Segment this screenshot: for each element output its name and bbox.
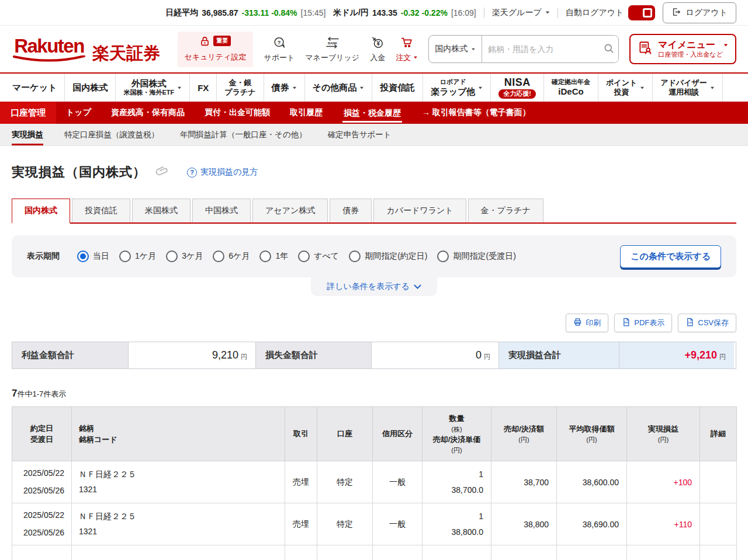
realized-pl-value: +1,000 — [627, 545, 700, 560]
account-nav-balance[interactable]: 資産残高・保有商品 — [101, 102, 195, 124]
apply-conditions-button[interactable]: この条件で表示する — [620, 245, 721, 268]
detail-conditions-notch: 詳しい条件を表示する — [311, 277, 437, 296]
tab-domestic-stock[interactable]: 国内株式 — [12, 199, 70, 224]
trade-settlement-dates: 2025/05/222025/05/26 — [12, 461, 72, 503]
ticker-usdjpy: 米ドル/円 143.35 -0.32 -0.22% [16:09] — [333, 8, 476, 18]
main-nav: マーケット 国内株式 外国株式米国株・海外ETF FX 金・銀プラチナ 債券 そ… — [0, 74, 748, 102]
top-utility-bar: 日経平均 36,985.87 -313.11 -0.84% [15:45] 米ド… — [0, 0, 748, 26]
ticker-nikkei: 日経平均 36,985.87 -313.11 -0.84% [15:45] — [165, 8, 325, 18]
realized-pl-value: +100 — [627, 461, 700, 503]
margin-type: 一般 — [373, 461, 423, 503]
svg-text:BANK: BANK — [328, 41, 337, 44]
nav-other-products[interactable]: その他商品 — [304, 74, 372, 102]
tab-asean-stock[interactable]: アセアン株式 — [252, 199, 328, 222]
chevron-down-icon — [414, 57, 417, 59]
radio-icon — [349, 251, 361, 262]
tab-investment-trust[interactable]: 投資信託 — [72, 199, 130, 222]
subnav-annual-pl[interactable]: 年間損益計算（一般口座・その他） — [180, 124, 307, 145]
lock-icon — [199, 36, 210, 49]
nav-domestic-stock[interactable]: 国内株式 — [64, 74, 115, 102]
tab-china-stock[interactable]: 中国株式 — [192, 199, 251, 222]
stock-name-code: ＮＦ日経２２５1321 — [72, 503, 285, 545]
radio-1month[interactable]: 1ケ月 — [119, 251, 156, 262]
nav-advisor[interactable]: アドバイザー運用相談 — [652, 74, 723, 102]
radio-6months[interactable]: 6ケ月 — [213, 251, 250, 262]
tab-gold-platinum[interactable]: 金・プラチナ — [468, 199, 543, 222]
tab-bonds[interactable]: 債券 — [330, 199, 372, 222]
avg-acquisition-price: 38,690.00 — [557, 503, 627, 545]
paperclip-icon[interactable] — [155, 165, 168, 180]
account-nav-top[interactable]: トップ — [56, 102, 101, 124]
margin-type: 一般 — [373, 503, 423, 545]
display-period-label: 表示期間 — [27, 251, 60, 262]
pdf-view-button[interactable]: PDF PDF表示 — [614, 314, 672, 332]
tab-covered-warrant[interactable]: カバードワラント — [373, 199, 466, 222]
csv-save-button[interactable]: CSV CSV保存 — [678, 314, 736, 332]
nav-robo-advisor[interactable]: ロボアド楽ラップ他 — [423, 74, 490, 102]
important-badge: 重要 — [213, 36, 231, 46]
chevron-down-icon — [724, 44, 728, 46]
tab-us-stock[interactable]: 米国株式 — [132, 199, 191, 222]
account-nav-pl-tax-history[interactable]: 損益・税金履歴 — [333, 102, 412, 124]
support-button[interactable]: ? サポート — [264, 36, 295, 63]
csv-file-icon: CSV — [685, 318, 694, 328]
nikkei-time: [15:45] — [301, 8, 326, 18]
col-stock: 銘柄銘柄コード — [72, 407, 285, 461]
svg-text:PDF: PDF — [625, 322, 629, 324]
radio-period-trade-date[interactable]: 期間指定(約定日) — [349, 251, 427, 262]
nav-bonds[interactable]: 債券 — [264, 74, 304, 102]
account-nav-bar: 口座管理 トップ 資産残高・保有商品 買付・出金可能額 取引履歴 損益・税金履歴… — [0, 102, 748, 124]
search-category-select[interactable]: 国内株式 — [429, 36, 482, 62]
security-settings-button[interactable]: 重要 セキュリティ設定 — [178, 32, 254, 67]
order-button[interactable]: 注文 — [396, 36, 418, 63]
trade-type: 売埋 — [285, 461, 317, 503]
nav-investment-trust[interactable]: 投資信託 — [372, 74, 423, 102]
nav-ideco[interactable]: 確定拠出年金iDeCo — [543, 74, 598, 102]
rakuten-logo[interactable]: Rakuten 楽天証券 — [12, 36, 160, 62]
table-row: 2025/05/222025/05/26 ＮＦ日経２２５1321 売埋 特定 一… — [12, 503, 737, 545]
account-nav-reports[interactable]: → 取引報告書等（電子書面） — [412, 102, 541, 124]
print-button[interactable]: 印刷 — [566, 314, 608, 332]
search-input[interactable] — [482, 36, 600, 62]
radio-all[interactable]: すべて — [298, 251, 339, 262]
radio-icon — [437, 251, 449, 262]
account-management-root[interactable]: 口座管理 — [0, 102, 56, 124]
period-radio-group: 当日 1ケ月 3ケ月 6ケ月 1年 すべて 期間指定(約定日) 期間指定(受渡日… — [77, 251, 516, 262]
chevron-down-icon — [293, 86, 296, 89]
search-button[interactable] — [600, 36, 618, 62]
bank-transfer-icon: BANK — [324, 36, 341, 50]
nav-fx[interactable]: FX — [189, 74, 216, 102]
radio-period-settlement-date[interactable]: 期間指定(受渡日) — [437, 251, 515, 262]
subnav-specific-account-pl[interactable]: 特定口座損益（譲渡益税） — [64, 124, 159, 145]
table-row: 2025/05/22 京都フィナンシャルＧ 売埋 特定 一般 100 245,0… — [12, 545, 737, 560]
filter-panel: 表示期間 当日 1ケ月 3ケ月 6ケ月 1年 すべて 期間指定(約定日) 期間指… — [12, 235, 736, 277]
radio-3months[interactable]: 3ケ月 — [166, 251, 203, 262]
deposit-button[interactable]: ¥ 入金 — [370, 36, 385, 63]
account-nav-trade-history[interactable]: 取引履歴 — [280, 102, 333, 124]
loss-total-label: 損失金額合計 — [255, 342, 371, 368]
rakuten-group-menu[interactable]: 楽天グループ — [492, 8, 550, 18]
nikkei-change: -313.11 -0.84% — [242, 8, 297, 18]
sale-amount: 38,700 — [491, 461, 557, 503]
show-detail-conditions-link[interactable]: 詳しい条件を表示する — [327, 281, 421, 292]
nav-point-investment[interactable]: ポイント投資 — [598, 74, 652, 102]
my-menu-button[interactable]: マイメニュー 口座管理・入出金など — [629, 34, 736, 64]
auto-logout-toggle[interactable] — [628, 5, 655, 20]
export-actions: 印刷 PDF PDF表示 CSV CSV保存 — [12, 314, 736, 332]
nav-market[interactable]: マーケット — [5, 74, 64, 102]
radio-1year[interactable]: 1年 — [259, 251, 288, 262]
logo-text-en: Rakuten — [14, 36, 84, 55]
nav-nisa[interactable]: NISA全力応援! — [490, 74, 543, 102]
chevron-down-icon — [472, 48, 475, 50]
detail-cell — [700, 461, 737, 503]
logout-button[interactable]: ログアウト — [663, 2, 736, 23]
nav-foreign-stock[interactable]: 外国株式米国株・海外ETF — [115, 74, 189, 102]
radio-icon — [259, 251, 271, 262]
radio-today[interactable]: 当日 — [77, 251, 109, 262]
realized-pl-help-link[interactable]: 実現損益の見方 — [187, 167, 258, 178]
subnav-realized-pl[interactable]: 実現損益 — [12, 124, 43, 145]
subnav-tax-return-support[interactable]: 確定申告サポート — [328, 124, 392, 145]
nav-gold-platinum[interactable]: 金・銀プラチナ — [216, 74, 263, 102]
money-bridge-button[interactable]: BANK マネーブリッジ — [305, 36, 359, 63]
account-nav-withdrawable[interactable]: 買付・出金可能額 — [195, 102, 280, 124]
